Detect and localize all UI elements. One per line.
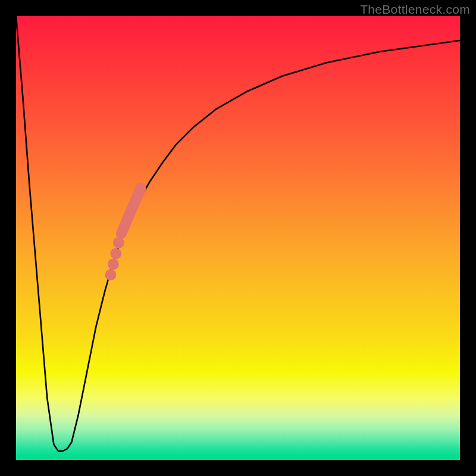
highlight-dot xyxy=(105,270,117,281)
highlight-dot xyxy=(113,237,124,249)
bottleneck-curve xyxy=(16,16,460,451)
plot-area xyxy=(16,16,460,460)
highlight-dot xyxy=(108,259,119,270)
highlight-dots xyxy=(105,237,124,280)
highlight-dot xyxy=(110,248,121,259)
highlight-segment xyxy=(121,188,141,233)
watermark-text: TheBottleneck.com xyxy=(360,2,470,17)
chart-svg xyxy=(16,16,460,460)
chart-frame: TheBottleneck.com xyxy=(0,0,476,476)
